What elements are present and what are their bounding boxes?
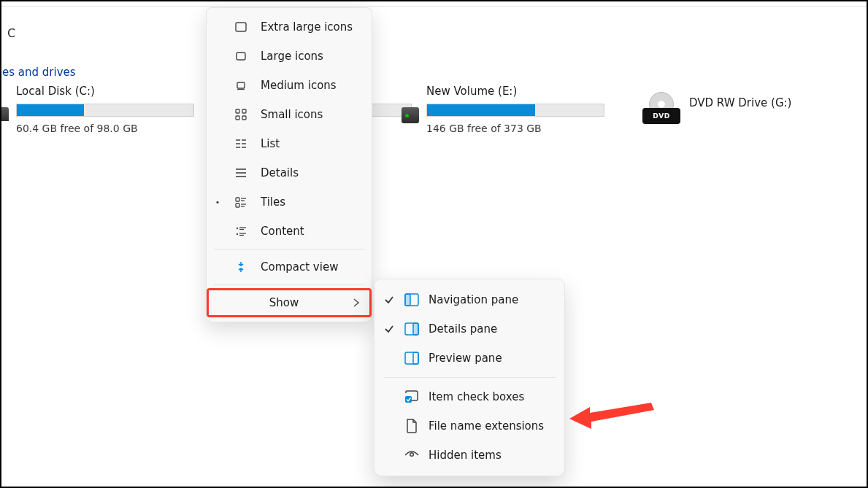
chevron-right-icon (353, 298, 360, 307)
hidden-items-icon (404, 447, 420, 463)
svg-point-36 (410, 453, 414, 457)
header-separator (1, 6, 867, 7)
tiles-icon (233, 194, 249, 210)
svg-rect-34 (413, 352, 418, 364)
breadcrumb-tail: C (7, 26, 15, 40)
svg-point-23 (237, 228, 238, 229)
menu-item-extra-large-icons[interactable]: Extra large icons (207, 12, 372, 42)
details-icon (233, 165, 249, 181)
svg-marker-37 (569, 403, 654, 429)
svg-rect-6 (236, 116, 239, 120)
menu-separator (214, 249, 364, 249)
drive-name: New Volume (E:) (426, 85, 621, 98)
drive-item-dvd[interactable]: DVD DVD RW Drive (G:) (641, 83, 816, 134)
show-submenu: Navigation pane Details pane Preview pan… (374, 279, 565, 476)
view-context-menu: Extra large icons Large icons Medium ico… (206, 7, 372, 322)
submenu-item-navigation-pane[interactable]: Navigation pane (375, 285, 564, 314)
svg-rect-4 (236, 109, 239, 113)
file-ext-icon (404, 418, 420, 434)
submenu-item-hidden-items[interactable]: Hidden items (375, 441, 564, 470)
drive-free-text: 60.4 GB free of 98.0 GB (16, 123, 197, 134)
drive-name: DVD RW Drive (G:) (689, 96, 816, 109)
compact-icon (233, 259, 249, 275)
svg-rect-7 (242, 116, 246, 120)
submenu-item-preview-pane[interactable]: Preview pane (375, 344, 564, 373)
hdd-icon (1, 83, 9, 121)
menu-item-small-icons[interactable]: Small icons (207, 100, 372, 129)
storage-bar (426, 104, 604, 117)
drive-name: Local Disk (C:) (16, 85, 197, 98)
medium-icons-icon (233, 77, 249, 93)
svg-rect-0 (236, 23, 246, 31)
preview-pane-icon (404, 350, 420, 366)
menu-item-details[interactable]: Details (207, 158, 372, 187)
svg-rect-32 (413, 323, 418, 335)
svg-point-26 (237, 233, 238, 235)
dvd-drive-icon: DVD (641, 83, 682, 124)
menu-item-large-icons[interactable]: Large icons (207, 42, 372, 71)
details-pane-icon (404, 321, 420, 337)
drive-free-text: 146 GB free of 373 GB (426, 123, 621, 134)
content-icon (233, 223, 249, 239)
check-icon (383, 295, 395, 305)
large-icons-icon (233, 48, 249, 64)
svg-rect-35 (405, 396, 412, 403)
svg-rect-20 (236, 204, 239, 207)
menu-item-tiles[interactable]: • Tiles (207, 187, 372, 217)
annotation-arrow (569, 397, 657, 441)
xl-icons-icon (233, 19, 249, 35)
menu-item-show[interactable]: Show (207, 288, 372, 317)
svg-rect-30 (405, 294, 410, 306)
svg-rect-5 (242, 109, 246, 113)
submenu-item-item-check-boxes[interactable]: Item check boxes (375, 382, 564, 411)
menu-item-medium-icons[interactable]: Medium icons (207, 71, 372, 100)
svg-rect-17 (236, 198, 239, 201)
check-boxes-icon (404, 389, 420, 405)
section-heading-devices[interactable]: es and drives (2, 66, 76, 79)
selected-bullet-icon: • (214, 198, 221, 207)
hdd-icon (402, 83, 419, 121)
menu-item-list[interactable]: List (207, 129, 372, 158)
storage-bar (16, 104, 194, 117)
svg-rect-33 (405, 352, 418, 364)
check-icon (383, 324, 395, 334)
menu-item-content[interactable]: Content (207, 217, 372, 246)
menu-separator (214, 284, 364, 285)
menu-separator (383, 377, 556, 378)
drives-row: Local Disk (C:) 60.4 GB free of 98.0 GB … (1, 83, 867, 134)
small-icons-icon (233, 106, 249, 123)
svg-rect-2 (237, 82, 245, 88)
submenu-item-details-pane[interactable]: Details pane (375, 314, 564, 344)
list-icon (233, 136, 249, 152)
menu-item-compact-view[interactable]: Compact view (207, 252, 372, 282)
nav-pane-icon (404, 292, 420, 308)
drive-item-c[interactable]: Local Disk (C:) 60.4 GB free of 98.0 GB (1, 83, 197, 134)
svg-rect-1 (237, 53, 245, 60)
submenu-item-file-name-extensions[interactable]: File name extensions (375, 411, 564, 441)
drive-item-e[interactable]: New Volume (E:) 146 GB free of 373 GB (402, 83, 621, 134)
